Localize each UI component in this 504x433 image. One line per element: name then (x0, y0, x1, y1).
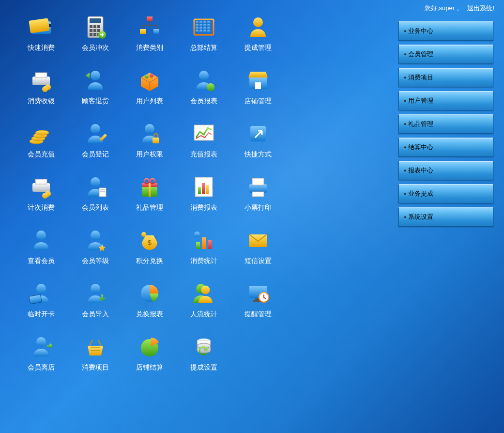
grid-item-user-green[interactable]: 会员报表 (177, 64, 230, 117)
svg-point-80 (91, 231, 100, 240)
basket-icon (82, 333, 109, 360)
grid-item-shortcut[interactable]: 快捷方式 (231, 117, 285, 170)
grid-item-label: 消费报表 (190, 203, 217, 212)
grid-item-user-pencil[interactable]: 会员登记 (69, 117, 122, 170)
grid-item-user-lock[interactable]: 用户权限 (123, 117, 176, 170)
main-grid-container: 快速消费 会员冲次 消费类别 总部结算 提成管理 消费收银 顾客退货 用户列表 … (15, 11, 305, 384)
svg-text:$: $ (148, 239, 152, 247)
svg-rect-59 (32, 183, 50, 192)
svg-rect-8 (90, 29, 92, 32)
grid-item-coins[interactable]: 会员充值 (15, 117, 68, 170)
user-lock-icon (136, 120, 163, 147)
svg-rect-11 (90, 33, 92, 36)
grid-item-abacus[interactable]: 总部结算 (177, 11, 230, 64)
grid-item-org-chart[interactable]: 消费类别 (123, 11, 176, 64)
pie-chart-icon (136, 280, 163, 307)
db-sync-icon (190, 333, 217, 360)
grid-item-user-view[interactable]: 查看会员 (15, 224, 68, 277)
printer-coins-icon (28, 173, 55, 201)
grid-item-label: 人流统计 (190, 310, 217, 319)
grid-item-envelope[interactable]: 短信设置 (231, 224, 285, 277)
sidebar-nav: 业务中心会员管理消费项目用户管理礼品管理结算中心报表中心业务提成系统设置 (398, 21, 493, 227)
svg-rect-41 (35, 73, 47, 77)
grid-item-user-back[interactable]: 顾客退货 (69, 64, 122, 117)
svg-point-44 (91, 71, 100, 80)
svg-rect-7 (97, 25, 100, 28)
grid-item-label: 充值报表 (190, 150, 217, 159)
grid-item-user-list[interactable]: 会员列表 (69, 170, 122, 224)
grid-item-pie-green[interactable]: 店铺结算 (123, 330, 176, 384)
sidebar-item-2[interactable]: 消费项目 (398, 68, 493, 87)
svg-point-31 (203, 21, 206, 24)
grid-item-user-import[interactable]: 会员导入 (69, 277, 122, 330)
grid-item-user-star[interactable]: 会员等级 (69, 224, 122, 277)
grid-item-gift[interactable]: 礼品管理 (123, 170, 176, 224)
grid-item-printer-coins[interactable]: 计次消费 (15, 170, 68, 224)
grid-item-label: 消费统计 (190, 257, 217, 265)
sidebar-item-0[interactable]: 业务中心 (398, 21, 493, 41)
grid-item-user-leave[interactable]: 会员离店 (15, 330, 68, 384)
grid-item-bar-doc[interactable]: 消费报表 (177, 170, 230, 224)
svg-rect-76 (249, 184, 267, 193)
grid-item-bar-stats[interactable]: 消费统计 (177, 224, 230, 277)
svg-point-26 (196, 30, 199, 32)
svg-rect-85 (208, 240, 212, 249)
grid-item-money-bag[interactable]: $ 积分兑换 (123, 224, 176, 277)
svg-point-24 (196, 24, 199, 27)
grid-item-label: 提成管理 (244, 44, 272, 52)
sidebar-item-6[interactable]: 报表中心 (398, 161, 493, 180)
svg-point-38 (207, 30, 210, 32)
svg-rect-49 (255, 82, 261, 89)
logout-link[interactable]: 退出系统! (467, 4, 494, 12)
sidebar-item-8[interactable]: 系统设置 (398, 207, 493, 227)
monitor-clock-icon (244, 280, 272, 307)
svg-rect-73 (198, 187, 201, 194)
grid-item-basket[interactable]: 消费项目 (69, 330, 122, 384)
grid-item-calculator[interactable]: 会员冲次 (69, 11, 122, 64)
credit-card-icon (28, 14, 55, 41)
svg-rect-69 (149, 183, 151, 197)
calculator-icon (82, 14, 109, 41)
svg-rect-75 (206, 185, 209, 194)
grid-item-store[interactable]: 店铺管理 (231, 64, 285, 117)
svg-point-82 (141, 232, 146, 237)
grid-item-db-sync[interactable]: 提成设置 (177, 330, 230, 384)
svg-point-36 (207, 24, 210, 27)
grid-item-box-goods[interactable]: 用户列表 (123, 64, 176, 117)
sidebar-item-3[interactable]: 用户管理 (398, 91, 493, 110)
grid-item-monitor-clock[interactable]: 提醒管理 (231, 277, 285, 330)
sidebar-item-1[interactable]: 会员管理 (398, 45, 493, 64)
grid-item-users[interactable]: 人流统计 (177, 277, 230, 330)
sidebar-item-label: 结算中心 (408, 143, 433, 152)
sidebar-item-7[interactable]: 业务提成 (398, 184, 493, 203)
abacus-icon (190, 14, 217, 41)
bar-stats-icon (190, 227, 217, 254)
sidebar-item-4[interactable]: 礼品管理 (398, 114, 493, 134)
user-list-icon (82, 173, 109, 201)
org-chart-icon (136, 14, 163, 41)
grid-item-printer-coins[interactable]: 消费收银 (15, 64, 68, 117)
gift-icon (136, 173, 163, 201)
grid-item-label: 兑换报表 (136, 310, 163, 319)
grid-item-credit-card[interactable]: 快速消费 (15, 11, 68, 64)
grid-item-label: 会员充值 (28, 150, 55, 159)
grid-item-label: 会员冲次 (82, 44, 109, 52)
grid-item-trend-chart[interactable]: 充值报表 (177, 117, 230, 170)
svg-point-47 (199, 71, 209, 80)
grid-item-label: 积分兑换 (136, 257, 163, 265)
svg-rect-78 (252, 192, 264, 197)
grid-item-printer[interactable]: 小票打印 (231, 170, 285, 224)
svg-point-29 (199, 27, 202, 30)
grid-item-user-gold[interactable]: 提成管理 (231, 11, 285, 64)
grid-item-label: 计次消费 (28, 203, 55, 212)
svg-point-53 (35, 130, 49, 135)
sidebar-item-5[interactable]: 结算中心 (398, 138, 493, 157)
svg-point-32 (203, 24, 206, 27)
svg-point-43 (42, 86, 48, 92)
svg-point-23 (196, 21, 199, 24)
svg-point-39 (253, 17, 263, 27)
grid-item-pie-chart[interactable]: 兑换报表 (123, 277, 176, 330)
grid-item-label: 会员登记 (82, 150, 109, 159)
grid-item-card-user[interactable]: 临时开卡 (15, 277, 68, 330)
user-back-icon (82, 67, 109, 94)
